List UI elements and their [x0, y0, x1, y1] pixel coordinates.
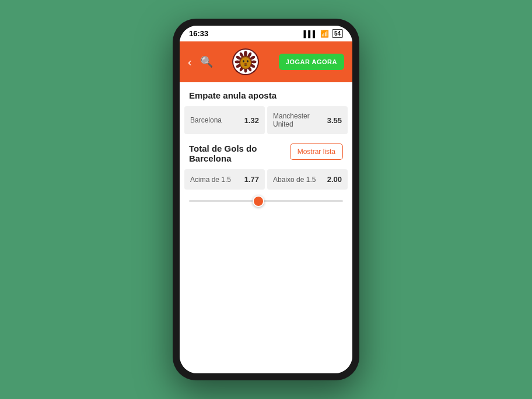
odds-man-utd: 3.55 [327, 116, 342, 125]
section-gols-title: Total de Gols do Barcelona [189, 144, 274, 163]
slider-track [189, 200, 343, 202]
phone-screen: 16:33 ▌▌▌ 📶 54 ‹ 🔍 [180, 26, 352, 373]
section-gols-header: Total de Gols do Barcelona Mostrar lista [180, 135, 352, 169]
slider-container[interactable] [180, 191, 352, 211]
bet-cell-acima[interactable]: Acima de 1.5 1.77 [184, 169, 265, 190]
bet-acima-label: Acima de 1.5 [190, 176, 231, 184]
svg-point-3 [244, 51, 247, 57]
content-area: Empate anula aposta Barcelona 1.32 Manch… [180, 82, 352, 373]
bet-cell-man-utd[interactable]: Manchester United 3.55 [267, 106, 348, 134]
section-total-gols: Total de Gols do Barcelona Mostrar lista… [180, 135, 352, 190]
svg-point-18 [244, 63, 247, 65]
wifi-icon: 📶 [320, 30, 329, 38]
status-time: 16:33 [189, 29, 208, 38]
svg-point-8 [251, 61, 257, 64]
bet-cell-barcelona[interactable]: Barcelona 1.32 [184, 106, 265, 134]
bet-abaixo-label: Abaixo de 1.5 [273, 176, 316, 184]
status-bar: 16:33 ▌▌▌ 📶 54 [180, 26, 352, 41]
status-icons: ▌▌▌ 📶 54 [303, 29, 343, 38]
phone-frame: 16:33 ▌▌▌ 📶 54 ‹ 🔍 [173, 19, 359, 380]
svg-point-9 [235, 61, 240, 64]
team-man-utd: Manchester United [273, 112, 327, 128]
app-logo [231, 47, 260, 76]
signal-icon: ▌▌▌ [303, 30, 317, 37]
bet-row-empate: Barcelona 1.32 Manchester United 3.55 [184, 106, 348, 134]
team-barcelona: Barcelona [190, 116, 222, 124]
section-empate-title: Empate anula aposta [180, 82, 352, 106]
svg-point-16 [243, 60, 244, 62]
battery-icon: 54 [332, 29, 343, 38]
section-empate: Empate anula aposta Barcelona 1.32 Manch… [180, 82, 352, 134]
odds-abaixo: 2.00 [327, 175, 342, 184]
nav-bar: ‹ 🔍 [180, 41, 352, 82]
jogar-agora-button[interactable]: JOGAR AGORA [279, 54, 344, 70]
odds-barcelona: 1.32 [244, 116, 259, 125]
bet-row-gols: Acima de 1.5 1.77 Abaixo de 1.5 2.00 [184, 169, 348, 190]
slider-thumb[interactable] [253, 195, 264, 207]
back-button[interactable]: ‹ [188, 55, 192, 69]
bet-cell-abaixo[interactable]: Abaixo de 1.5 2.00 [267, 169, 348, 190]
search-button[interactable]: 🔍 [200, 55, 213, 68]
svg-point-17 [247, 60, 249, 62]
odds-acima: 1.77 [244, 175, 259, 184]
mostrar-lista-button[interactable]: Mostrar lista [290, 144, 343, 160]
